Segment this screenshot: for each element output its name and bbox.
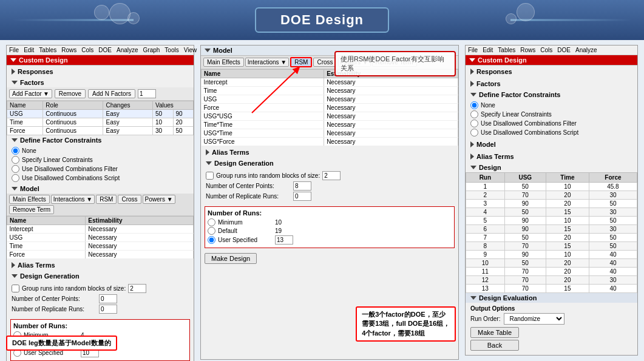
powers-btn[interactable]: Powers ▼ <box>143 195 175 204</box>
right-design-header[interactable]: Design <box>466 163 637 172</box>
radio-script-input[interactable] <box>12 174 19 182</box>
r-menu-analyze[interactable]: Analyze <box>575 47 597 53</box>
right-radio-script-input[interactable] <box>470 129 478 137</box>
mid-make-design-btn[interactable]: Make Design <box>205 253 257 264</box>
design-eval-header[interactable]: Design Evaluation <box>466 293 637 303</box>
right-radio-linear-input[interactable] <box>470 110 478 118</box>
term-est: Necessary <box>86 242 194 251</box>
mid-alias-section: Alias Terms <box>201 146 458 158</box>
right-alias-expand <box>470 154 474 160</box>
constraints-header[interactable]: Define Factor Constraints <box>7 135 194 145</box>
mid-replicate-input[interactable] <box>293 192 311 201</box>
factors-header[interactable]: Factors <box>7 78 194 87</box>
right-menubar: File Edit Tables Rows Cols DOE Analyze <box>466 46 637 55</box>
radio-linear-input[interactable] <box>12 156 19 164</box>
design-gen-header[interactable]: Design Generation <box>7 271 194 281</box>
r-menu-file[interactable]: File <box>468 47 478 53</box>
header-title-box: DOE Design <box>255 7 389 33</box>
right-radio-filter-input[interactable] <box>470 120 478 127</box>
runs-callout: 一般3个factor的DOE，至少需要13组，full DOE是16组，4个fa… <box>356 306 456 342</box>
main-effects-btn[interactable]: Main Effects <box>9 195 50 204</box>
replicate-runs-input[interactable] <box>99 305 117 314</box>
menu-view[interactable]: View <box>184 47 197 53</box>
radio-filter-input[interactable] <box>12 165 19 173</box>
responses-section: Responses <box>7 66 194 78</box>
right-factors-label: Factors <box>476 80 501 87</box>
factors-table: Name Role Changes Values USG Continuous … <box>7 101 194 135</box>
mid-main-effects-btn[interactable]: Main Effects <box>203 58 244 67</box>
right-constraints-header[interactable]: Define Factor Constraints <box>466 90 637 100</box>
add-factor-btn[interactable]: Add Factor ▼ <box>9 89 52 98</box>
mid-rsm-btn[interactable]: RSM <box>290 57 312 67</box>
factor-v2: 20 <box>173 118 194 127</box>
r-menu-rows[interactable]: Rows <box>520 47 535 53</box>
mid-runs-min-radio[interactable] <box>208 218 215 226</box>
cross-btn[interactable]: Cross <box>118 195 141 204</box>
mid-center-input[interactable] <box>293 181 311 191</box>
mid-alias-header[interactable]: Alias Terms <box>206 147 453 157</box>
menu-file[interactable]: File <box>9 47 19 53</box>
right-alias-header[interactable]: Alias Terms <box>470 152 632 161</box>
group-runs-checkbox[interactable] <box>12 285 19 292</box>
r-menu-doe[interactable]: DOE <box>557 47 571 53</box>
right-factors-section: Factors <box>466 78 637 90</box>
custom-design-header: Custom Design <box>7 55 194 66</box>
r-menu-edit[interactable]: Edit <box>483 47 493 53</box>
mid-design-gen-header[interactable]: Design Generation <box>201 158 458 168</box>
radio-filter: Use Disallowed Combinations Filter <box>12 164 189 174</box>
radio-none-input[interactable] <box>12 147 19 155</box>
back-btn[interactable]: Back <box>470 340 519 351</box>
run-order-select[interactable]: Randomize Sequential Sort by Block <box>504 313 564 325</box>
table-row: USG*USGNecessary <box>202 112 458 121</box>
left-panel: File Edit Tables Rows Cols DOE Analyze G… <box>6 45 194 360</box>
mid-group-label: Group runs into random blocks of size: <box>216 172 320 179</box>
table-row: 2702030 <box>466 191 637 200</box>
term-est: Necessary <box>86 234 194 242</box>
mid-group-input[interactable] <box>322 171 341 180</box>
center-points-input[interactable] <box>99 294 117 303</box>
menu-rows[interactable]: Rows <box>61 47 76 53</box>
mid-group-checkbox[interactable] <box>206 172 214 180</box>
r-menu-cols[interactable]: Cols <box>540 47 552 53</box>
menu-tools[interactable]: Tools <box>164 47 178 53</box>
menu-doe[interactable]: DOE <box>98 47 112 53</box>
mid-runs-user-radio[interactable] <box>208 236 215 244</box>
r-menu-tables[interactable]: Tables <box>498 47 515 53</box>
group-size-input[interactable] <box>128 284 146 293</box>
n-factors-input[interactable] <box>138 89 156 98</box>
term-est: Necessary <box>86 251 194 259</box>
mid-cross-btn[interactable]: Cross <box>313 58 336 67</box>
mid-runs-user-input[interactable] <box>275 235 293 245</box>
remove-term-btn[interactable]: Remove Term <box>9 205 54 214</box>
right-factors-header[interactable]: Factors <box>470 79 632 89</box>
rsm-btn[interactable]: RSM <box>96 195 117 204</box>
menu-cols[interactable]: Cols <box>81 47 93 53</box>
mid-runs-min-value: 10 <box>275 219 282 226</box>
interactions-btn[interactable]: Interactions ▼ <box>51 195 95 204</box>
menu-edit[interactable]: Edit <box>24 47 34 53</box>
design-eval-section: Design Evaluation Output Options Run Ord… <box>466 293 637 355</box>
term-name: Force <box>7 251 86 259</box>
alias-header[interactable]: Alias Terms <box>12 260 189 270</box>
radio-linear: Specify Linear Constraints <box>12 155 189 164</box>
responses-header[interactable]: Responses <box>12 67 189 76</box>
menu-tables[interactable]: Tables <box>39 47 56 53</box>
mid-interactions-btn[interactable]: Interactions ▼ <box>245 58 289 67</box>
make-table-btn[interactable]: Make Table <box>470 327 519 338</box>
middle-model-label: Model <box>213 47 232 54</box>
term-name: Intercept <box>7 225 86 234</box>
radio-script-label: Use Disallowed Combinations Script <box>22 175 120 181</box>
right-model-label: Model <box>476 141 496 148</box>
remove-btn[interactable]: Remove <box>55 89 86 98</box>
menu-graph[interactable]: Graph <box>143 47 160 53</box>
right-model-header[interactable]: Model <box>470 140 632 149</box>
menu-analyze[interactable]: Analyze <box>117 47 138 53</box>
runs-title: Number of Runs: <box>13 322 187 329</box>
right-radio-none-input[interactable] <box>470 101 478 109</box>
add-n-factors-btn[interactable]: Add N Factors <box>88 89 135 98</box>
mid-runs-default-radio[interactable] <box>208 227 215 235</box>
right-responses-header[interactable]: Responses <box>470 67 632 76</box>
model-header[interactable]: Model <box>7 184 194 194</box>
table-row: TimeNecessary <box>202 87 458 95</box>
right-radio-group: None Specify Linear Constraints Use Disa… <box>466 100 637 138</box>
